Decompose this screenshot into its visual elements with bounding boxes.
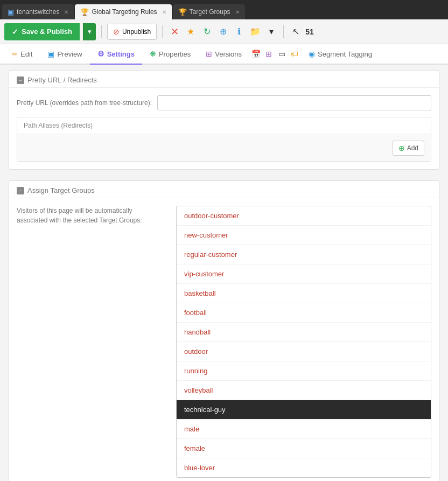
assign-section-header: − Assign Target Groups — [9, 181, 439, 198]
collapse-toggle[interactable]: − — [17, 76, 24, 84]
target-group-item[interactable]: female — [177, 439, 431, 458]
target-group-item[interactable]: handball — [177, 323, 431, 342]
target-group-item[interactable]: football — [177, 303, 431, 323]
add-connection-button[interactable]: ⊕ — [216, 25, 229, 38]
calendar-icon[interactable]: 📅 — [249, 47, 262, 60]
refresh-button[interactable]: ↻ — [200, 25, 213, 38]
target-group-item[interactable]: regular-customer — [177, 245, 431, 264]
toolbar-separator-2 — [162, 25, 163, 38]
unpublish-label: Unpublish — [122, 28, 151, 36]
unpublish-button[interactable]: ⊘ Unpublish — [107, 24, 157, 40]
tab-label: tenantswitches — [17, 8, 59, 16]
pretty-url-title: Pretty URL / Redirects — [27, 76, 97, 84]
target-group-item[interactable]: technical-guy — [177, 400, 431, 420]
assign-section-title: Assign Target Groups — [27, 186, 95, 194]
target-group-item[interactable]: vip-customer — [177, 264, 431, 284]
check-icon: ✓ — [12, 27, 18, 36]
tab-versions[interactable]: ⊞ Versions — [198, 44, 249, 65]
tag-icon[interactable]: 🏷 — [288, 47, 301, 60]
trophy-icon: 🏆 — [178, 8, 187, 16]
tab-segment-tagging[interactable]: ◉ Segment Tagging — [301, 44, 380, 65]
tab-close-icon[interactable]: ✕ — [162, 9, 166, 15]
tab-label: Target Groups — [190, 8, 230, 16]
path-aliases-section: Path Aliases (Redirects) ⊕ Add — [17, 117, 431, 162]
tab-close-icon[interactable]: ✕ — [64, 9, 68, 15]
tab-edit[interactable]: ✏ Edit — [4, 45, 40, 65]
save-publish-button[interactable]: ✓ Save & Publish — [4, 23, 80, 40]
no-circle-icon: ⊘ — [113, 27, 120, 36]
doc-icon: ▣ — [8, 8, 14, 16]
path-aliases-header: Path Aliases (Redirects) — [17, 117, 431, 134]
tab-edit-label: Edit — [20, 50, 32, 58]
path-aliases-body: ⊕ Add — [17, 134, 431, 161]
path-aliases-title: Path Aliases (Redirects) — [24, 122, 93, 129]
star-button[interactable]: ★ — [184, 25, 197, 38]
preview-icon: ▣ — [47, 50, 54, 58]
target-groups-list: outdoor-customernew-customerregular-cust… — [176, 206, 431, 478]
edit-icon: ✏ — [12, 50, 18, 58]
pretty-url-header: − Pretty URL / Redirects — [9, 71, 439, 88]
assign-target-groups-section: − Assign Target Groups Visitors of this … — [9, 180, 439, 481]
info-button[interactable]: ℹ — [233, 25, 246, 38]
save-publish-label: Save & Publish — [22, 27, 72, 36]
assign-desc-line1: Visitors of this page will be automatica… — [17, 207, 132, 214]
assign-section-body: Visitors of this page will be automatica… — [9, 198, 439, 481]
tab-properties[interactable]: ❋ Properties — [142, 44, 198, 65]
save-dropdown-button[interactable]: ▾ — [83, 23, 96, 40]
toolbar-separator — [101, 25, 102, 38]
target-group-item[interactable]: blue-lover — [177, 458, 431, 477]
add-label: Add — [407, 144, 418, 152]
tab-target-groups[interactable]: 🏆 Target Groups ✕ — [173, 4, 245, 19]
settings-icon: ⚙ — [97, 50, 104, 58]
pretty-url-label: Pretty URL (overrides path from tree-str… — [17, 99, 152, 107]
assign-desc-line2: associated with the selected Target Grou… — [17, 217, 142, 224]
chevron-down-icon: ▾ — [88, 27, 92, 36]
pretty-url-input[interactable] — [157, 95, 431, 110]
tab-versions-label: Versions — [215, 50, 242, 58]
tab-global-targeting[interactable]: 🏆 Global Targeting Rules ✕ — [75, 4, 171, 19]
nav-tabs: ✏ Edit ▣ Preview ⚙ Settings ❋ Properties… — [0, 44, 448, 65]
tab-label: Global Targeting Rules — [92, 8, 157, 16]
toolbar-separator-3 — [283, 25, 284, 38]
tablet-icon[interactable]: ▭ — [275, 47, 288, 60]
segment-icon: ◉ — [309, 50, 315, 58]
properties-icon: ❋ — [150, 50, 156, 58]
tab-segment-label: Segment Tagging — [318, 50, 372, 58]
target-group-item[interactable]: male — [177, 420, 431, 439]
target-group-item[interactable]: volleyball — [177, 381, 431, 400]
pretty-url-section: − Pretty URL / Redirects Pretty URL (ove… — [9, 70, 439, 170]
dropdown-button[interactable]: ▾ — [265, 25, 278, 38]
tab-properties-label: Properties — [159, 50, 191, 58]
target-group-item[interactable]: new-customer — [177, 226, 431, 245]
tab-preview-label: Preview — [57, 50, 82, 58]
cursor-button[interactable]: ↖ — [289, 25, 302, 38]
grid-icon[interactable]: ⊞ — [262, 47, 275, 60]
pretty-url-body: Pretty URL (overrides path from tree-str… — [9, 88, 439, 169]
folder-button[interactable]: 📁 — [249, 25, 262, 38]
assign-description: Visitors of this page will be automatica… — [17, 206, 167, 478]
tab-settings-label: Settings — [107, 50, 135, 58]
add-alias-button[interactable]: ⊕ Add — [393, 141, 424, 156]
collapse-toggle-2[interactable]: − — [17, 187, 24, 194]
toolbar: ✓ Save & Publish ▾ ⊘ Unpublish ✕ ★ ↻ ⊕ ℹ… — [0, 19, 448, 44]
counter: 51 — [305, 27, 314, 36]
target-group-item[interactable]: basketball — [177, 284, 431, 303]
tab-preview[interactable]: ▣ Preview — [40, 44, 89, 65]
tab-tenantswitches[interactable]: ▣ tenantswitches ✕ — [2, 4, 74, 19]
target-group-item[interactable]: running — [177, 361, 431, 381]
content-area: − Pretty URL / Redirects Pretty URL (ove… — [0, 65, 448, 481]
tab-settings[interactable]: ⚙ Settings — [90, 44, 142, 65]
target-group-item[interactable]: outdoor-customer — [177, 206, 431, 226]
red-x-button[interactable]: ✕ — [168, 25, 181, 38]
target-group-item[interactable]: outdoor — [177, 342, 431, 361]
tab-close-icon[interactable]: ✕ — [235, 9, 240, 15]
tab-bar: ▣ tenantswitches ✕ 🏆 Global Targeting Ru… — [0, 0, 448, 19]
trophy-icon: 🏆 — [80, 8, 89, 16]
pretty-url-row: Pretty URL (overrides path from tree-str… — [17, 95, 431, 110]
plus-circle-icon: ⊕ — [398, 144, 405, 152]
versions-icon: ⊞ — [206, 50, 212, 58]
